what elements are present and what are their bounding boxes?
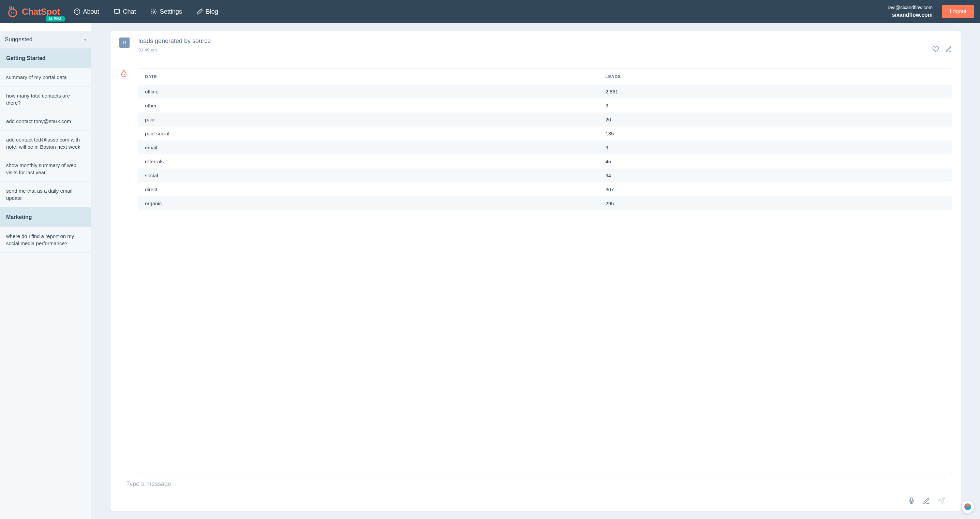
send-icon[interactable]	[938, 497, 945, 505]
table-cell: 295	[598, 196, 952, 210]
section-getting-started: Getting Started	[0, 48, 91, 68]
table-cell: email	[138, 140, 598, 154]
nav-blog-label: Blog	[206, 8, 218, 15]
alpha-badge: ALPHA	[46, 16, 64, 21]
user-email: ravi@sixandflow.com	[888, 5, 932, 11]
table-cell: 9	[598, 140, 952, 154]
nav-settings[interactable]: Settings	[150, 8, 182, 15]
nav-about[interactable]: About	[74, 8, 99, 15]
table-row: offline2,861	[138, 84, 952, 99]
bot-response: DATE LEADS offline2,861other3paid20paid-…	[110, 59, 961, 474]
nav-about-label: About	[83, 8, 99, 15]
chatspot-icon	[6, 5, 19, 18]
table-cell: paid	[138, 113, 598, 126]
table-cell: offline	[138, 84, 598, 99]
svg-point-1	[11, 12, 12, 14]
table-cell: 135	[598, 126, 952, 140]
user-message: R leads generated by source 01:49 pm	[110, 31, 961, 59]
user-org: sixandflow.com	[888, 11, 932, 19]
brand-logo[interactable]: ChatSpot ALPHA	[6, 5, 60, 18]
table-row: email9	[138, 140, 952, 154]
svg-rect-14	[122, 70, 123, 72]
brand-name: ChatSpot	[22, 6, 60, 17]
suggestion-item[interactable]: show monthly summary of web visits for l…	[0, 156, 91, 182]
mic-icon[interactable]	[908, 497, 915, 505]
table-row: referrals45	[138, 154, 952, 169]
svg-rect-5	[13, 7, 14, 10]
table-cell: other	[138, 99, 598, 113]
nav-chat-label: Chat	[123, 8, 136, 15]
svg-rect-9	[114, 9, 119, 13]
edit-icon[interactable]	[945, 46, 952, 53]
prompt-text: leads generated by source	[138, 38, 211, 45]
table-cell: 20	[598, 113, 952, 126]
compose-icon[interactable]	[923, 497, 930, 505]
suggestion-item[interactable]: send me that as a daily email update	[0, 182, 91, 207]
table-cell: referrals	[138, 154, 598, 169]
suggestion-item[interactable]: how many total contacts are there?	[0, 87, 91, 112]
table-cell: social	[138, 169, 598, 182]
chat-card: R leads generated by source 01:49 pm	[110, 31, 961, 511]
nav-settings-label: Settings	[160, 8, 182, 15]
table-row: paid-social135	[138, 126, 952, 140]
svg-rect-17	[910, 498, 913, 501]
pencil-icon	[196, 8, 203, 15]
table-cell: 94	[598, 169, 952, 182]
chevron-down-icon: ▾	[84, 37, 86, 42]
suggestion-item[interactable]: add contact tony@stark.com	[0, 112, 91, 131]
heart-icon[interactable]	[932, 46, 939, 53]
table-cell: paid-social	[138, 126, 598, 140]
table-cell: 3	[598, 99, 952, 113]
svg-point-12	[123, 74, 123, 75]
table-cell: 45	[598, 154, 952, 169]
user-avatar: R	[119, 38, 130, 48]
bot-icon	[119, 68, 128, 77]
chat-icon	[113, 8, 120, 15]
svg-point-13	[124, 74, 125, 75]
main-nav: About Chat Settings Blog	[74, 8, 218, 15]
suggestion-item[interactable]: add contact ted@lasso.com with note: wil…	[0, 131, 91, 156]
app-header: ChatSpot ALPHA About Chat Settings Blog	[0, 0, 980, 23]
svg-point-8	[77, 10, 77, 11]
main-content: R leads generated by source 01:49 pm	[91, 23, 980, 519]
svg-rect-4	[11, 6, 12, 9]
svg-rect-16	[124, 70, 125, 72]
table-row: social94	[138, 169, 952, 182]
sidebar: Suggested ▾ Getting Started summary of m…	[0, 23, 91, 519]
suggested-label: Suggested	[5, 36, 32, 43]
table-row: direct307	[138, 182, 952, 196]
message-input-row	[110, 474, 961, 511]
table-row: organic295	[138, 196, 952, 210]
table-row: other3	[138, 99, 952, 113]
user-info: ravi@sixandflow.com sixandflow.com	[888, 5, 932, 19]
help-widget-icon	[964, 503, 971, 510]
table-cell: 307	[598, 182, 952, 196]
help-widget[interactable]	[962, 501, 974, 513]
suggestion-item[interactable]: summary of my portal data	[0, 68, 91, 87]
svg-point-10	[153, 11, 154, 13]
gear-icon	[150, 8, 157, 15]
nav-blog[interactable]: Blog	[196, 8, 218, 15]
results-table: DATE LEADS offline2,861other3paid20paid-…	[138, 68, 952, 474]
table-cell: organic	[138, 196, 598, 210]
table-row: paid20	[138, 113, 952, 126]
svg-rect-15	[123, 70, 124, 72]
svg-point-0	[9, 9, 17, 17]
nav-chat[interactable]: Chat	[113, 8, 136, 15]
suggested-dropdown[interactable]: Suggested ▾	[0, 31, 91, 48]
svg-rect-3	[10, 6, 11, 10]
logout-button[interactable]: Logout	[942, 5, 974, 18]
prompt-time: 01:49 pm	[138, 48, 211, 53]
table-cell: direct	[138, 182, 598, 196]
message-input[interactable]	[126, 481, 945, 488]
table-cell: 2,861	[598, 84, 952, 99]
suggestion-item[interactable]: where do I find a report on my social me…	[0, 227, 91, 253]
svg-point-2	[13, 12, 15, 14]
info-icon	[74, 8, 81, 15]
col-date: DATE	[138, 69, 598, 84]
svg-point-11	[121, 72, 126, 77]
section-marketing: Marketing	[0, 207, 91, 227]
col-leads: LEADS	[598, 69, 952, 84]
